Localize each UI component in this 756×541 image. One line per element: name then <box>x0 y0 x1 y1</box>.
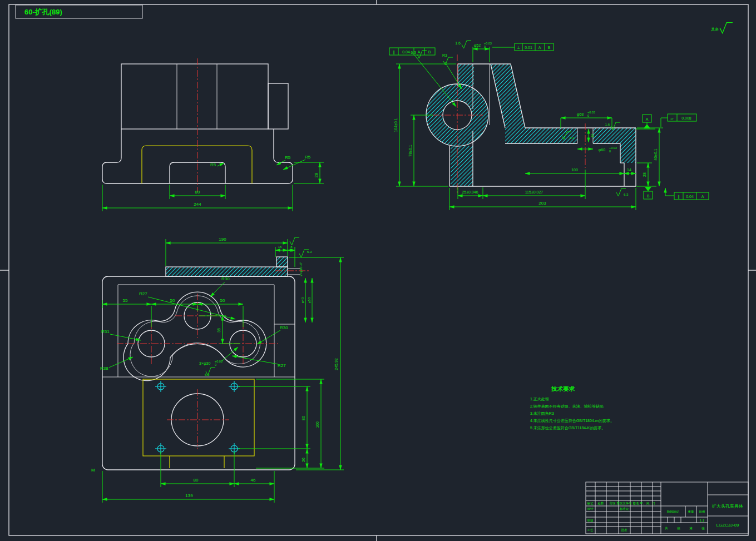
tb-s1: 共 <box>664 527 668 530</box>
tb-weight: 重量 <box>688 510 695 513</box>
radius-r38: R38 <box>100 366 108 371</box>
perp-val: 0.01 <box>525 46 532 49</box>
roughness-63-plate: 6.3 <box>307 250 312 254</box>
tb-h3: 分区 <box>610 502 616 505</box>
tb-proc: 工艺 <box>587 528 594 532</box>
dim-16-label: 16 <box>591 133 594 137</box>
radius-r30-right: R30 <box>280 325 288 330</box>
dim-52-label: φ52 <box>474 43 481 48</box>
tb-check: 审核 <box>587 519 594 522</box>
radius-r5-b: R5 <box>305 155 311 160</box>
tb-h6: 年、月、日 <box>640 502 655 505</box>
tb-h2: 处数 <box>598 502 605 505</box>
dim-190-label: 190 <box>219 237 226 242</box>
dim-52-tol-l: 0 <box>484 45 486 48</box>
par1-datum2: B <box>428 50 431 54</box>
par1-datum1: A <box>418 50 421 54</box>
tb-ratio: 比例 <box>699 510 705 514</box>
holes-2x10-label: 2×φ10H7 <box>299 262 303 276</box>
par1-val: 0.04 <box>402 50 410 54</box>
dim-14-label: 14 <box>627 168 631 172</box>
m-label: M <box>91 468 95 473</box>
perp-sym: ⊥ <box>517 46 520 49</box>
dim-26-label: 26 <box>302 458 305 462</box>
par2-val: 0.04 <box>686 195 694 198</box>
dim-phi40-label: φ40 <box>301 297 304 303</box>
dim-100-label: 100 <box>571 168 578 172</box>
tech-req-title: 技术要求 <box>551 385 575 392</box>
perp-datum2: B <box>548 46 551 49</box>
radius-r51: R51 <box>101 329 110 334</box>
roughness-63-b: 6.3 <box>570 136 575 140</box>
par1-sym: ∥ <box>393 50 395 54</box>
tech-req-3: 3.未注圆角R3 <box>530 411 554 416</box>
roughness-63-a: 6.3 <box>411 51 416 54</box>
dim-60-label: φ60 <box>599 148 605 152</box>
perp-datum1: A <box>538 46 541 49</box>
tech-req-5: 5.未注形位公差应符合GB/T1184-K的要求。 <box>530 425 605 430</box>
dim-50a-label: 50 <box>170 298 175 303</box>
tech-req-2: 2.铸件表面不得有砂眼、夹渣、缩松等缺陷 <box>530 404 604 409</box>
dim-35-label: 35 <box>217 328 221 332</box>
flat-sym: ▱ <box>670 116 674 120</box>
layout-tab[interactable]: 60-扩孔(89) <box>16 5 142 18</box>
dim-3x30-tol-l: 0 <box>215 363 216 366</box>
radius-r30-top: R30 <box>221 276 230 281</box>
dim-139-label: 139 <box>185 493 193 498</box>
tb-h1: 标记 <box>587 502 594 505</box>
datum-b-label: B <box>647 194 650 198</box>
tb-scale: 1:1 <box>700 519 705 522</box>
radius-r5-a: R5 <box>285 155 291 160</box>
dim-28r-label: 28 <box>643 172 646 177</box>
flat-val: 0.008 <box>681 116 691 120</box>
dim-80h-label: 80 <box>194 478 199 483</box>
datum-a-label: A <box>646 117 649 121</box>
dim-80-label: 80 <box>195 190 200 195</box>
layout-tab-label[interactable]: 60-扩孔(89) <box>24 8 62 16</box>
dim-68-label: φ68 <box>577 112 584 117</box>
roughness-63-c: 6.3 <box>624 193 629 196</box>
datum-a: A <box>636 115 655 129</box>
tb-appr: 批准 <box>621 528 628 532</box>
drawing-frame <box>0 0 756 541</box>
cad-canvas: 60-扩孔(89) 其余 80 244 28 R5 R5 R5 <box>0 0 756 541</box>
dim-203-label: 203 <box>538 201 546 206</box>
tb-h5: 签名 <box>633 502 639 505</box>
drawing: 60-扩孔(89) 其余 80 244 28 R5 R5 R5 <box>0 0 756 541</box>
dim-100v-label: 100 <box>315 421 319 428</box>
tech-req-1: 1.正火处理 <box>530 397 549 401</box>
par2-sym: ∥ <box>678 195 680 199</box>
dim-15-label: 15 <box>278 245 282 249</box>
dim-8-label: 8 <box>290 245 293 249</box>
dim-25-label: 25±0.046 <box>462 190 478 194</box>
fillet-r3-label: R3 <box>442 53 447 57</box>
dim-60-tol-l: 0 <box>609 150 611 153</box>
datum-b: B <box>636 186 656 199</box>
dim-50b-label: 50 <box>220 298 225 303</box>
tb-s2: 张 <box>677 527 680 530</box>
section-view: 104±0.1 78±0.1 25±0.046 115±0.027 203 10… <box>389 41 709 210</box>
roughness-16-b: 1.6 <box>605 123 610 126</box>
roughness-16-a: 1.6 <box>455 41 461 45</box>
dim-78-label: 78±0.1 <box>408 145 412 156</box>
dim-55-label: 55 <box>123 298 128 303</box>
dim-244-label: 244 <box>194 202 201 207</box>
flatness-frame: ▱ 0.008 <box>661 114 696 127</box>
tech-requirements: 技术要求 1.正火处理 2.铸件表面不得有砂眼、夹渣、缩松等缺陷 3.未注圆角R… <box>530 385 614 430</box>
radius-r27-top: R27 <box>139 291 147 296</box>
surface-finish-general: 其余 <box>711 23 733 33</box>
tb-s3: 第 <box>689 527 693 530</box>
perpendicularity-frame: ⊥ 0.01 A B <box>492 43 554 51</box>
dim-phi50-label: φ50 <box>308 297 311 303</box>
tb-std: 标准化 <box>619 507 629 511</box>
dim-28-label: 28 <box>314 172 319 177</box>
radius-r5-notch: R5 <box>210 162 216 167</box>
dim-104-label: 104±0.1 <box>394 118 398 132</box>
dim-115-label: 115±0.027 <box>525 190 543 194</box>
tech-req-4: 4.未注线性尺寸公差应符合GB/T1804-m的要求。 <box>530 418 614 423</box>
dim-68-tol-l: 0 <box>587 114 589 117</box>
tb-stage: 阶段标记 <box>667 510 680 514</box>
dim-245-label: 245.92 <box>334 358 338 370</box>
radius-r27-bottom: R27 <box>278 363 286 368</box>
tb-drawing-no: LGZCJJ-09 <box>717 523 739 528</box>
